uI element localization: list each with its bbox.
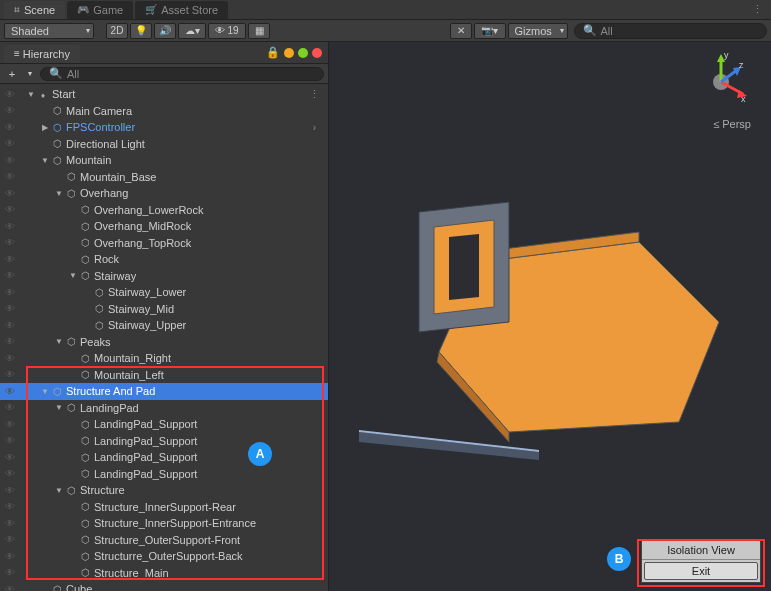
visibility-toggle[interactable]: 👁 — [0, 270, 20, 281]
hierarchy-node[interactable]: 👁⬡Rock — [0, 251, 328, 268]
foldout-toggle[interactable] — [40, 387, 50, 396]
isolation-exit-button[interactable]: Exit — [644, 562, 758, 580]
toolbar-more-icon[interactable]: ⋮ — [752, 3, 763, 16]
hierarchy-node[interactable]: 👁⬡Structure_InnerSupport-Rear — [0, 499, 328, 516]
node-menu-icon[interactable]: ⋮ — [309, 88, 320, 101]
visibility-toggle[interactable]: 👁 — [0, 534, 20, 545]
visibility-toggle[interactable]: 👁 — [0, 435, 20, 446]
scene-search[interactable]: 🔍 All — [574, 23, 768, 39]
visibility-toggle[interactable]: 👁 — [0, 303, 20, 314]
visibility-toggle[interactable]: 👁 — [0, 452, 20, 463]
foldout-toggle[interactable] — [26, 90, 36, 99]
tools-button[interactable]: ✕ — [450, 23, 472, 39]
gizmos-dropdown[interactable]: Gizmos — [508, 23, 568, 39]
hierarchy-node[interactable]: 👁⬡FPSController› — [0, 119, 328, 136]
tab-scene[interactable]: ⌗ Scene — [4, 1, 65, 19]
visibility-toggle[interactable]: 👁 — [0, 287, 20, 298]
hierarchy-node[interactable]: 👁⬡Structure_InnerSupport-Entrance — [0, 515, 328, 532]
hierarchy-node[interactable]: 👁⬡Peaks — [0, 334, 328, 351]
visibility-toggle[interactable]: 👁 — [0, 336, 20, 347]
hierarchy-node[interactable]: 👁⬡Mountain_Base — [0, 169, 328, 186]
visibility-toggle[interactable]: 👁 — [0, 155, 20, 166]
lock-icon[interactable]: 🔒 — [262, 46, 284, 59]
visibility-toggle[interactable]: 👁 — [0, 138, 20, 149]
visibility-toggle[interactable]: 👁 — [0, 105, 20, 116]
visibility-toggle[interactable]: 👁 — [0, 468, 20, 479]
foldout-toggle[interactable] — [54, 189, 64, 198]
chevron-right-icon[interactable]: › — [313, 122, 316, 133]
hierarchy-node[interactable]: 👁⬡LandingPad_Support — [0, 449, 328, 466]
lighting-toggle[interactable]: 💡 — [130, 23, 152, 39]
foldout-toggle[interactable] — [54, 403, 64, 412]
visibility-toggle[interactable]: 👁 — [0, 551, 20, 562]
visibility-toggle[interactable]: 👁 — [0, 386, 20, 397]
hierarchy-node[interactable]: 👁⬡Structure And Pad — [0, 383, 328, 400]
hierarchy-node[interactable]: 👁⬡Structure_OuterSupport-Front — [0, 532, 328, 549]
hierarchy-node[interactable]: 👁⬡LandingPad — [0, 400, 328, 417]
visibility-toggle[interactable]: 👁 — [0, 501, 20, 512]
hierarchy-node[interactable]: 👁⬡Cube — [0, 581, 328, 591]
tab-game[interactable]: 🎮 Game — [67, 1, 133, 19]
add-dropdown-icon[interactable]: ▾ — [22, 69, 38, 78]
hierarchy-node[interactable]: 👁⬡Mountain_Left — [0, 367, 328, 384]
dot-red[interactable] — [312, 48, 322, 58]
dot-green[interactable] — [298, 48, 308, 58]
hierarchy-node[interactable]: 👁⬡LandingPad_Support — [0, 466, 328, 483]
hierarchy-node[interactable]: 👁⬡Stairway_Upper — [0, 317, 328, 334]
visibility-toggle[interactable]: 👁 — [0, 171, 20, 182]
visibility-toggle[interactable]: 👁 — [0, 204, 20, 215]
hierarchy-node[interactable]: 👁⬡Overhang — [0, 185, 328, 202]
hierarchy-node[interactable]: 👁⬡Mountain — [0, 152, 328, 169]
hierarchy-node[interactable]: 👁⬡Stairway — [0, 268, 328, 285]
visibility-toggle[interactable]: 👁 — [0, 320, 20, 331]
add-button[interactable]: + — [4, 68, 20, 80]
hierarchy-node[interactable]: 👁⬡Overhang_MidRock — [0, 218, 328, 235]
foldout-toggle[interactable] — [54, 486, 64, 495]
visibility-toggle[interactable]: 👁 — [0, 89, 20, 100]
dot-orange[interactable] — [284, 48, 294, 58]
visibility-toggle[interactable]: 👁 — [0, 419, 20, 430]
hierarchy-node[interactable]: 👁⬡Main Camera — [0, 103, 328, 120]
hierarchy-tab[interactable]: ≡ Hierarchy — [4, 45, 80, 63]
visibility-toggle[interactable]: 👁 — [0, 518, 20, 529]
fx-toggle[interactable]: ☁▾ — [178, 23, 206, 39]
foldout-toggle[interactable] — [40, 123, 50, 132]
grid-toggle[interactable]: ▦ — [248, 23, 270, 39]
visibility-toggle[interactable]: 👁 — [0, 254, 20, 265]
hierarchy-tree[interactable]: 👁⬧Start⋮👁⬡Main Camera👁⬡FPSController›👁⬡D… — [0, 84, 328, 591]
visibility-toggle[interactable]: 👁 — [0, 567, 20, 578]
orientation-gizmo[interactable]: y x z — [691, 52, 751, 112]
visibility-toggle[interactable]: 👁 — [0, 402, 20, 413]
hierarchy-node[interactable]: 👁⬡Stairway_Mid — [0, 301, 328, 318]
hierarchy-node[interactable]: 👁⬡Structure — [0, 482, 328, 499]
mode-2d-button[interactable]: 2D — [106, 23, 128, 39]
projection-label[interactable]: ≤ Persp — [713, 118, 751, 130]
tab-asset-store[interactable]: 🛒 Asset Store — [135, 1, 228, 19]
hierarchy-node[interactable]: 👁⬡Overhang_TopRock — [0, 235, 328, 252]
visibility-toggle[interactable]: 👁 — [0, 353, 20, 364]
visibility-toggle[interactable]: 👁 — [0, 485, 20, 496]
hierarchy-node[interactable]: 👁⬡Structure_Main — [0, 565, 328, 582]
visibility-toggle[interactable]: 👁 — [0, 584, 20, 591]
hierarchy-node[interactable]: 👁⬡Mountain_Right — [0, 350, 328, 367]
hierarchy-node[interactable]: 👁⬡Structurre_OuterSupport-Back — [0, 548, 328, 565]
foldout-toggle[interactable] — [68, 271, 78, 280]
visibility-toggle[interactable]: 👁 — [0, 237, 20, 248]
hierarchy-node[interactable]: 👁⬡Overhang_LowerRock — [0, 202, 328, 219]
hierarchy-search[interactable]: 🔍 All — [40, 67, 324, 81]
audio-toggle[interactable]: 🔊 — [154, 23, 176, 39]
hierarchy-node[interactable]: 👁⬡LandingPad_Support — [0, 433, 328, 450]
hierarchy-node[interactable]: 👁⬡Directional Light — [0, 136, 328, 153]
hierarchy-node[interactable]: 👁⬡LandingPad_Support — [0, 416, 328, 433]
foldout-toggle[interactable] — [40, 156, 50, 165]
visibility-toggle[interactable]: 👁 — [0, 188, 20, 199]
hierarchy-node[interactable]: 👁⬧Start⋮ — [0, 86, 328, 103]
camera-button[interactable]: 📷▾ — [474, 23, 506, 39]
foldout-toggle[interactable] — [54, 337, 64, 346]
visibility-toggle[interactable]: 👁 — [0, 369, 20, 380]
hierarchy-node[interactable]: 👁⬡Stairway_Lower — [0, 284, 328, 301]
visibility-toggle[interactable]: 👁 — [0, 122, 20, 133]
hidden-objects-toggle[interactable]: 👁 19 — [208, 23, 246, 39]
visibility-toggle[interactable]: 👁 — [0, 221, 20, 232]
shading-mode-dropdown[interactable]: Shaded — [4, 23, 94, 39]
